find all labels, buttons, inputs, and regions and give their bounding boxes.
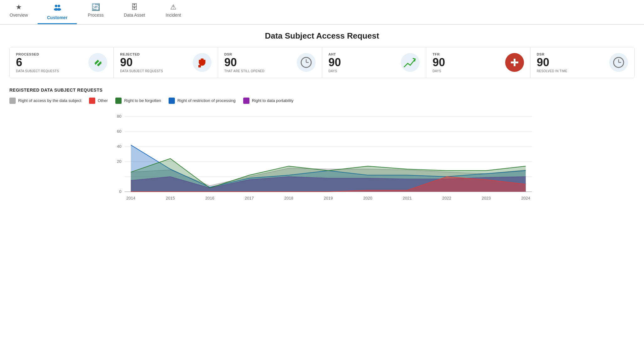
legend-item-portability: Right to data portability	[243, 98, 294, 104]
svg-text:2024: 2024	[521, 196, 530, 200]
nav-item-customer[interactable]: Customer	[38, 0, 77, 24]
legend-swatch-other	[89, 98, 95, 104]
stat-value-dsr-open: 90	[224, 56, 264, 69]
area-chart-wrapper: 80 60 40 20 0	[9, 110, 635, 212]
nav-label-data-asset: Data Asset	[124, 13, 145, 18]
process-icon: 🔄	[92, 3, 100, 11]
dsr-resolved-icon-circle	[609, 53, 628, 72]
legend-swatch-portability	[243, 98, 249, 104]
stat-sub-dsr-open: THAT ARE STILL OPENED	[224, 69, 264, 73]
stat-card-dsr-resolved: DSR 90 RESOLVED IN TIME	[531, 47, 634, 78]
svg-text:2018: 2018	[284, 196, 293, 200]
svg-text:2020: 2020	[363, 196, 372, 200]
legend-item-forgotten: Right to be forgotten	[115, 98, 161, 104]
stat-sub-dsr-resolved: RESOLVED IN TIME	[537, 69, 568, 73]
legend-label-portability: Right to data portability	[252, 98, 294, 103]
svg-rect-11	[511, 61, 518, 63]
stat-cards-row: PROCESSED 6 DATA SUBJECT REQUESTS REJECT…	[9, 47, 635, 78]
aht-icon-circle	[401, 53, 420, 72]
svg-text:2023: 2023	[482, 196, 491, 200]
svg-text:0: 0	[119, 189, 121, 194]
rejected-icon-circle	[193, 53, 212, 72]
legend-label-other: Other	[98, 98, 108, 103]
stat-sub-tfr: DAYS	[432, 69, 445, 73]
nav-label-customer: Customer	[47, 15, 67, 20]
data-asset-icon: 🗄	[131, 3, 138, 11]
legend-swatch-forgotten	[115, 98, 122, 104]
stat-value-tfr: 90	[432, 56, 445, 69]
svg-rect-6	[198, 65, 201, 67]
nav-label-overview: Overview	[10, 13, 28, 18]
clock-icon-2	[612, 56, 625, 69]
thumbdown-icon	[196, 56, 208, 69]
trend-up-icon	[403, 56, 417, 68]
nav-item-data-asset[interactable]: 🗄 Data Asset	[114, 0, 154, 24]
clock-icon-1	[300, 56, 312, 69]
legend-swatch-access	[9, 98, 16, 104]
legend-item-access: Right of access by the data subject	[9, 98, 81, 104]
area-chart-svg: 80 60 40 20 0	[9, 110, 635, 211]
svg-text:40: 40	[117, 144, 121, 149]
stat-sub-processed: DATA SUBJECT REQUESTS	[16, 69, 59, 73]
legend-label-access: Right of access by the data subject	[18, 98, 81, 103]
chart-legend: Right of access by the data subject Othe…	[9, 98, 635, 104]
svg-text:80: 80	[117, 114, 121, 119]
legend-label-forgotten: Right to be forgotten	[124, 98, 161, 103]
nav-item-overview[interactable]: ★ Overview	[0, 0, 38, 24]
svg-text:2021: 2021	[403, 196, 412, 200]
stat-card-aht: AHT 90 DAYS	[322, 47, 426, 78]
nav-label-incident: Incident	[166, 13, 181, 18]
svg-point-0	[55, 5, 57, 7]
chart-title: REGISTERED DATA SUBJECT REQUESTS	[9, 88, 635, 93]
svg-text:60: 60	[117, 129, 121, 134]
legend-swatch-restriction	[169, 98, 175, 104]
stat-value-aht: 90	[328, 56, 341, 69]
processed-icon-circle	[88, 53, 107, 72]
svg-text:2022: 2022	[442, 196, 451, 200]
stat-value-rejected: 90	[120, 56, 163, 69]
stat-card-processed: PROCESSED 6 DATA SUBJECT REQUESTS	[10, 47, 114, 78]
overview-icon: ★	[16, 3, 22, 11]
stat-card-dsr-open: DSR 90 THAT ARE STILL OPENED	[218, 47, 322, 78]
svg-point-3	[57, 8, 61, 11]
stat-label-processed: PROCESSED	[16, 52, 59, 56]
customer-icon	[53, 3, 62, 14]
legend-item-other: Other	[89, 98, 108, 104]
incident-icon: ⚠	[170, 3, 176, 11]
svg-text:20: 20	[117, 159, 121, 164]
svg-text:2014: 2014	[126, 196, 135, 200]
stat-card-rejected: REJECTED 90 DATA SUBJECT REQUESTS	[114, 47, 218, 78]
tfr-icon-circle	[505, 53, 524, 72]
dsr-open-icon-circle	[297, 53, 316, 72]
arrows-icon	[92, 57, 103, 68]
top-navigation: ★ Overview Customer 🔄 Process 🗄 Data Ass…	[0, 0, 644, 25]
main-content: Data Subject Access Request PROCESSED 6 …	[0, 25, 644, 218]
svg-point-1	[58, 5, 60, 7]
stat-value-dsr-resolved: 90	[537, 56, 568, 69]
nav-item-incident[interactable]: ⚠ Incident	[154, 0, 192, 24]
stat-value-processed: 6	[16, 56, 59, 69]
svg-text:2017: 2017	[245, 196, 254, 200]
page-title: Data Subject Access Request	[9, 31, 635, 41]
plus-icon	[510, 57, 520, 67]
stat-sub-aht: DAYS	[328, 69, 341, 73]
legend-label-restriction: Right of restriction of processing	[177, 98, 236, 103]
svg-text:2019: 2019	[324, 196, 333, 200]
svg-text:2015: 2015	[166, 196, 175, 200]
svg-text:2016: 2016	[205, 196, 214, 200]
legend-item-restriction: Right of restriction of processing	[169, 98, 236, 104]
nav-label-process: Process	[88, 13, 104, 18]
chart-section: REGISTERED DATA SUBJECT REQUESTS Right o…	[9, 88, 635, 212]
nav-item-process[interactable]: 🔄 Process	[77, 0, 114, 24]
stat-card-tfr: TFR 90 DAYS	[426, 47, 530, 78]
stat-sub-rejected: DATA SUBJECT REQUESTS	[120, 69, 163, 73]
